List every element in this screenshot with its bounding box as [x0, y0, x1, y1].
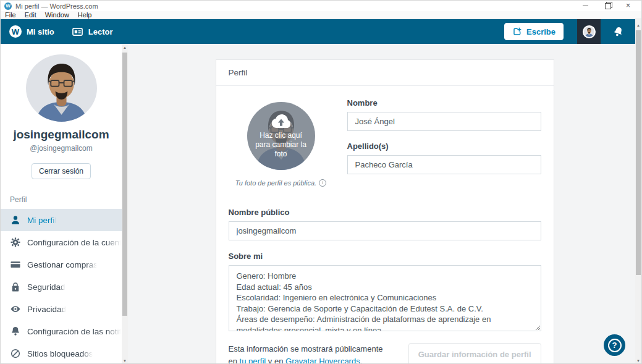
bell-icon: [10, 326, 21, 337]
app-window: W Mi perfil — WordPress.com × File Edit …: [0, 0, 642, 364]
reader-label: Lector: [88, 27, 113, 36]
sidebar-avatar[interactable]: [26, 54, 97, 122]
sidebar-section-label: Perfil: [10, 195, 27, 204]
sidebar-item-label: Privacidad: [27, 305, 66, 314]
logout-button[interactable]: Cerrar sesión: [32, 163, 91, 179]
sidebar-item-account-settings[interactable]: Configuración de la cuenta: [1, 231, 122, 253]
my-site-label: Mi sitio: [27, 27, 54, 36]
avatar-upload-overlay: Haz clic aquí para cambiar la foto: [247, 102, 315, 170]
scroll-up-icon[interactable]: ▲: [635, 22, 641, 29]
avatar-upload-label: Haz clic aquí para cambiar la foto: [255, 131, 308, 159]
sidebar-item-label: Configuración de la cuenta: [27, 238, 122, 247]
cloud-upload-icon: [271, 114, 292, 129]
eye-icon: [10, 303, 21, 315]
menu-edit[interactable]: Edit: [25, 11, 36, 19]
avatar-upload-button[interactable]: Haz clic aquí para cambiar la foto: [247, 102, 315, 170]
first-name-input[interactable]: [347, 112, 541, 131]
info-icon[interactable]: i: [319, 179, 326, 187]
sidebar-scrollbar[interactable]: ▲ ▼: [122, 44, 128, 364]
sidebar-item-label: Gestionar compras: [27, 260, 98, 269]
menubar: File Edit Window Help: [1, 11, 641, 19]
sidebar-menu: Mi perfil: [1, 209, 122, 364]
titlebar: W Mi perfil — WordPress.com ×: [1, 1, 641, 11]
minimize-button[interactable]: [583, 3, 589, 9]
public-name-input[interactable]: [229, 221, 541, 240]
public-name-label: Nombre público: [229, 208, 541, 217]
scrollbar-thumb[interactable]: [122, 53, 127, 316]
my-site-button[interactable]: W Mi sitio: [1, 19, 63, 44]
sidebar-username: josingegmailcom: [13, 128, 109, 142]
menu-file[interactable]: File: [5, 11, 16, 19]
save-profile-button[interactable]: Guardar información de perfil: [408, 343, 541, 364]
gravatar-link[interactable]: Gravatar Hovercards: [285, 357, 360, 364]
restore-button[interactable]: [604, 3, 611, 9]
footer-text: .: [360, 357, 363, 364]
reader-icon: [72, 26, 83, 38]
masterbar: W Mi sitio Lector Escribe: [1, 19, 635, 44]
lock-icon: [10, 281, 21, 292]
me-menu-button[interactable]: [577, 19, 601, 44]
bell-icon: [610, 24, 625, 39]
user-icon: [10, 214, 21, 226]
write-button[interactable]: Escribe: [504, 23, 564, 40]
scrollbar-thumb[interactable]: [636, 30, 641, 275]
sidebar-item-label: Sitios bloqueados: [27, 349, 93, 358]
avatar-note-text: Tu foto de perfil es pública.: [235, 179, 316, 187]
wordpress-logo-icon: W: [9, 25, 22, 38]
sidebar-handle: @josingegmailcom: [30, 144, 93, 153]
menu-window[interactable]: Window: [45, 11, 69, 19]
footer-text: y en: [266, 357, 285, 364]
gear-icon: [10, 237, 21, 248]
menu-help[interactable]: Help: [78, 11, 92, 19]
profile-card: Perfil: [216, 59, 554, 364]
question-mark-icon: ?: [608, 339, 622, 352]
sidebar-item-blocked-sites[interactable]: Sitios bloqueados: [1, 342, 122, 364]
footer-note: Esta información se mostrará públicament…: [229, 343, 408, 364]
reader-button[interactable]: Lector: [63, 19, 122, 44]
sidebar-item-security[interactable]: Seguridad: [1, 276, 122, 298]
write-label: Escribe: [526, 27, 555, 36]
web-content: W Mi sitio Lector Escribe: [1, 19, 641, 364]
avatar-note: Tu foto de perfil es pública. i: [229, 179, 334, 187]
sidebar-item-privacy[interactable]: Privacidad: [1, 298, 122, 320]
scroll-up-icon[interactable]: ▲: [122, 44, 128, 51]
scroll-down-icon[interactable]: ▼: [122, 357, 128, 364]
profile-link[interactable]: tu perfil: [240, 357, 266, 364]
window-scrollbar[interactable]: ▲ ▼: [635, 19, 641, 364]
about-label: Sobre mi: [229, 252, 541, 261]
help-button[interactable]: ?: [604, 334, 625, 356]
sidebar-item-label: Configuración de las notificaciones: [27, 327, 122, 336]
me-avatar: [583, 25, 596, 38]
main-content: Perfil: [128, 44, 641, 364]
about-textarea[interactable]: Genero: Hombre Edad actual: 45 años Esco…: [229, 265, 541, 331]
sidebar-item-notification-settings[interactable]: Configuración de las notificaciones: [1, 320, 122, 342]
compose-icon: [512, 27, 522, 36]
sidebar-item-label: Mi perfil: [27, 216, 56, 225]
sidebar-item-manage-purchases[interactable]: Gestionar compras: [1, 253, 122, 276]
sidebar-item-my-profile[interactable]: Mi perfil: [1, 209, 122, 231]
sidebar-item-label: Seguridad: [27, 282, 65, 292]
first-name-label: Nombre: [347, 98, 541, 108]
credit-card-icon: [10, 259, 21, 270]
card-title: Perfil: [216, 60, 554, 86]
wordpress-app-icon: W: [4, 2, 12, 10]
window-title: Mi perfil — WordPress.com: [15, 2, 98, 10]
scroll-down-icon[interactable]: ▼: [635, 357, 641, 364]
notifications-button[interactable]: [601, 19, 635, 44]
sidebar: josingegmailcom @josingegmailcom Cerrar …: [1, 44, 122, 364]
close-button[interactable]: ×: [626, 3, 633, 9]
last-name-input[interactable]: [347, 155, 541, 174]
last-name-label: Apellido(s): [347, 142, 541, 151]
blocked-icon: [10, 348, 21, 359]
